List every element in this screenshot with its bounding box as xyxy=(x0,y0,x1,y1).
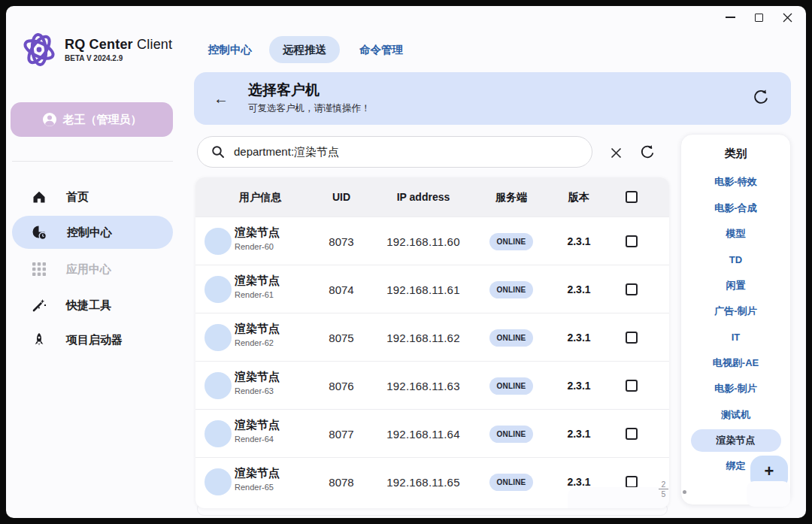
sidebar-item-app-center: 应用中心 xyxy=(12,254,173,284)
column-header-version: 版本 xyxy=(549,177,609,217)
sidebar-item-quick-tools[interactable]: 快捷工具 xyxy=(12,290,173,320)
client-name: 渲染节点 xyxy=(235,274,280,288)
client-name-cell: 渲染节点 Render-65 xyxy=(235,466,280,492)
table-row[interactable]: 渲染节点 Render-64 8077 192.168.11.64 ONLINE… xyxy=(195,409,669,457)
tab-command-management[interactable]: 命令管理 xyxy=(353,36,409,63)
magic-wand-icon xyxy=(32,298,47,313)
row-checkbox[interactable] xyxy=(626,235,638,247)
client-uid: 8076 xyxy=(311,362,371,410)
category-item-label: 广告-制片 xyxy=(714,304,756,318)
sidebar-divider xyxy=(12,161,173,162)
status-badge: ONLINE xyxy=(489,329,534,347)
client-status-cell: ONLINE xyxy=(481,217,541,265)
app-version: BETA V 2024.2.9 xyxy=(65,54,172,62)
app-logo-row: RQ Center Client BETA V 2024.2.9 xyxy=(20,30,172,69)
app-window: RQ Center Client BETA V 2024.2.9 老王（管理员）… xyxy=(6,6,806,518)
status-badge: ONLINE xyxy=(489,426,534,443)
status-badge: ONLINE xyxy=(489,474,534,491)
category-item[interactable]: 广告-制片 xyxy=(691,298,781,324)
column-header-uid: UID xyxy=(311,177,371,217)
table-row[interactable]: 渲染节点 Render-60 8073 192.168.11.60 ONLINE… xyxy=(195,217,669,265)
client-ip: 192.168.11.62 xyxy=(378,313,468,362)
category-item-label: 电视剧-AE xyxy=(713,356,759,370)
table-row[interactable]: 渲染节点 Render-63 8076 192.168.11.63 ONLINE… xyxy=(195,361,669,409)
search-input[interactable] xyxy=(232,145,592,159)
category-item[interactable]: 模型 xyxy=(691,221,781,247)
client-avatar xyxy=(205,324,232,351)
client-avatar xyxy=(205,372,232,399)
page-subtitle: 可复选客户机，请谨慎操作！ xyxy=(248,102,371,115)
client-avatar xyxy=(205,468,232,495)
category-item[interactable]: 渲染节点 xyxy=(691,429,781,452)
client-name: 渲染节点 xyxy=(235,370,280,384)
sidebar-item-home[interactable]: 首页 xyxy=(12,182,173,212)
client-avatar xyxy=(205,420,232,447)
row-checkbox[interactable] xyxy=(626,332,638,344)
page-current: 2 xyxy=(659,480,668,489)
home-icon xyxy=(32,189,47,204)
atom-logo-icon xyxy=(20,30,59,69)
header-refresh-button[interactable] xyxy=(752,88,771,108)
client-status-cell: ONLINE xyxy=(481,410,541,458)
category-item-label: 电影-合成 xyxy=(714,201,756,215)
status-badge: ONLINE xyxy=(489,281,534,298)
category-item[interactable]: 电影-特效 xyxy=(691,169,781,195)
client-uid: 8077 xyxy=(311,410,371,458)
client-status-cell: ONLINE xyxy=(481,362,541,410)
client-ip: 192.168.11.60 xyxy=(378,217,468,265)
category-item-label: 闲置 xyxy=(726,279,746,292)
category-item-label: 电影-特效 xyxy=(714,175,756,189)
category-panel: 类别 电影-特效 电影-合成 模型 TD xyxy=(680,134,791,505)
client-version: 2.3.1 xyxy=(549,410,609,458)
client-version: 2.3.1 xyxy=(549,362,609,410)
category-item[interactable]: 闲置 xyxy=(691,273,781,298)
sidebar-item-project-launcher[interactable]: 项目启动器 xyxy=(12,325,173,355)
client-ip: 192.168.11.64 xyxy=(378,410,468,458)
user-badge[interactable]: 老王（管理员） xyxy=(11,102,173,137)
table-row[interactable]: 渲染节点 Render-61 8074 192.168.11.61 ONLINE… xyxy=(195,265,669,313)
back-button[interactable]: ← xyxy=(214,72,229,125)
close-button[interactable] xyxy=(773,8,801,27)
category-item[interactable]: 电视剧-AE xyxy=(691,350,781,376)
column-header-user: 用户信息 xyxy=(226,177,294,217)
scroll-dot xyxy=(683,490,686,494)
tab-remote-push[interactable]: 远程推送 xyxy=(269,36,340,63)
search-clear-button[interactable] xyxy=(606,143,626,162)
client-uid: 8078 xyxy=(311,458,371,506)
tab-control-center[interactable]: 控制中心 xyxy=(203,36,257,63)
row-checkbox[interactable] xyxy=(626,476,638,488)
control-center-icon xyxy=(32,225,47,241)
row-checkbox[interactable] xyxy=(626,428,638,440)
category-item[interactable]: 电影-合成 xyxy=(691,195,781,220)
category-item[interactable]: IT xyxy=(691,324,781,350)
client-name-cell: 渲染节点 Render-62 xyxy=(235,322,280,347)
client-status-cell: ONLINE xyxy=(481,458,541,506)
client-hostname: Render-64 xyxy=(235,435,280,444)
category-item[interactable]: 电影-制片 xyxy=(691,376,781,401)
page-indicator: 2 5 xyxy=(659,480,668,498)
sidebar-item-control-center[interactable]: 控制中心 xyxy=(12,216,173,249)
table-row[interactable]: 渲染节点 Render-62 8075 192.168.11.62 ONLINE… xyxy=(195,313,669,361)
sidebar-item-label: 快捷工具 xyxy=(66,298,111,313)
search-refresh-button[interactable] xyxy=(638,142,657,162)
close-icon xyxy=(783,13,792,23)
window-controls xyxy=(716,8,801,27)
back-arrow-icon: ← xyxy=(214,90,229,108)
sidebar-item-label: 首页 xyxy=(66,190,89,204)
client-uid: 8075 xyxy=(311,313,371,362)
minimize-button[interactable] xyxy=(716,8,744,27)
sidebar-item-label: 应用中心 xyxy=(66,262,111,277)
row-checkbox[interactable] xyxy=(626,283,638,295)
category-item-label: TD xyxy=(729,254,742,265)
select-all-checkbox[interactable] xyxy=(626,191,638,203)
page-header-card: ← 选择客户机 可复选客户机，请谨慎操作！ xyxy=(194,72,791,125)
search-bar xyxy=(197,136,592,168)
row-checkbox[interactable] xyxy=(626,380,638,392)
client-name: 渲染节点 xyxy=(235,322,280,336)
maximize-button[interactable] xyxy=(744,8,773,27)
category-item[interactable]: 测试机 xyxy=(691,402,781,428)
client-hostname: Render-62 xyxy=(235,338,280,347)
client-hostname: Render-61 xyxy=(235,290,280,299)
category-list: 电影-特效 电影-合成 模型 TD 闲置 xyxy=(681,169,790,480)
category-item[interactable]: TD xyxy=(691,247,781,272)
